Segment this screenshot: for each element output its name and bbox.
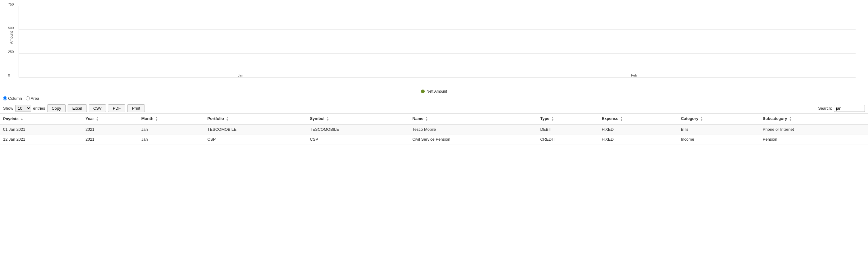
cell-year-2: 2021 — [83, 134, 138, 144]
sort-category: ▲▼ — [701, 117, 703, 122]
col-category[interactable]: Category ▲▼ — [678, 114, 760, 124]
search-input[interactable] — [834, 105, 865, 112]
col-year[interactable]: Year ▲▼ — [83, 114, 138, 124]
entries-label: entries — [33, 106, 45, 111]
col-symbol[interactable]: Symbol ▲▼ — [307, 114, 409, 124]
y-axis-label: Amount — [9, 31, 14, 44]
table-header-row: Paydate ▲ Year ▲▼ Month ▲▼ Portfolio ▲▼ … — [0, 114, 868, 124]
show-label: Show — [3, 106, 13, 111]
copy-button[interactable]: Copy — [47, 104, 66, 112]
sort-name: ▲▼ — [425, 117, 428, 122]
sort-portfolio: ▲▼ — [226, 117, 229, 122]
bar-group-feb: Feb — [437, 72, 831, 77]
table-controls: Show 10 25 50 100 entries Copy Excel CSV… — [0, 103, 868, 113]
col-portfolio[interactable]: Portfolio ▲▼ — [205, 114, 307, 124]
cell-expense-1: FIXED — [599, 124, 678, 134]
cell-paydate-1: 01 Jan 2021 — [0, 124, 83, 134]
col-expense[interactable]: Expense ▲▼ — [599, 114, 678, 124]
col-month[interactable]: Month ▲▼ — [138, 114, 204, 124]
cell-portfolio-1: TESCOMOBILE — [205, 124, 307, 134]
cell-symbol-2: CSP — [307, 134, 409, 144]
cell-type-2: CREDIT — [537, 134, 598, 144]
col-paydate[interactable]: Paydate ▲ — [0, 114, 83, 124]
cell-subcategory-1: Phone or Internet — [760, 124, 868, 134]
bar-label-jan: Jan — [238, 73, 243, 77]
col-name[interactable]: Name ▲▼ — [409, 114, 537, 124]
radio-area[interactable]: Area — [26, 96, 39, 101]
sort-paydate: ▲ — [21, 118, 23, 120]
sort-symbol: ▲▼ — [327, 117, 329, 122]
data-table: Paydate ▲ Year ▲▼ Month ▲▼ Portfolio ▲▼ … — [0, 113, 868, 144]
csv-button[interactable]: CSV — [89, 104, 106, 112]
legend-dot — [421, 90, 425, 93]
sort-month: ▲▼ — [155, 117, 158, 122]
chart-container: Amount 750 500 250 0 Jan — [0, 0, 868, 87]
search-area: Search: — [818, 105, 865, 112]
radio-column-input[interactable] — [3, 96, 7, 100]
col-type[interactable]: Type ▲▼ — [537, 114, 598, 124]
cell-subcategory-2: Pension — [760, 134, 868, 144]
col-subcategory[interactable]: Subcategory ▲▼ — [760, 114, 868, 124]
cell-month-1: Jan — [138, 124, 204, 134]
cell-expense-2: FIXED — [599, 134, 678, 144]
cell-type-1: DEBIT — [537, 124, 598, 134]
table-row: 12 Jan 2021 2021 Jan CSP CSP Civil Servi… — [0, 134, 868, 144]
entries-select[interactable]: 10 25 50 100 — [15, 105, 31, 112]
bar-group-jan: Jan — [44, 72, 437, 77]
print-button[interactable]: Print — [127, 104, 145, 112]
sort-year: ▲▼ — [96, 117, 99, 122]
radio-column[interactable]: Column — [3, 96, 22, 101]
bars-container: Jan Feb — [19, 6, 856, 77]
chart-type-controls: Column Area — [0, 94, 868, 103]
radio-group: Column Area — [3, 96, 39, 101]
chart-area: Amount 750 500 250 0 Jan — [19, 6, 856, 77]
excel-button[interactable]: Excel — [68, 104, 87, 112]
sort-type: ▲▼ — [551, 117, 554, 122]
cell-symbol-1: TESCOMOBILE — [307, 124, 409, 134]
cell-category-1: Bills — [678, 124, 760, 134]
cell-category-2: Income — [678, 134, 760, 144]
table-row: 01 Jan 2021 2021 Jan TESCOMOBILE TESCOMO… — [0, 124, 868, 134]
search-label: Search: — [818, 106, 832, 111]
radio-area-label: Area — [31, 96, 39, 101]
legend-label: Nett Amount — [427, 89, 447, 94]
cell-month-2: Jan — [138, 134, 204, 144]
cell-portfolio-2: CSP — [205, 134, 307, 144]
cell-name-2: Civil Service Pension — [409, 134, 537, 144]
cell-name-1: Tesco Mobile — [409, 124, 537, 134]
cell-year-1: 2021 — [83, 124, 138, 134]
cell-paydate-2: 12 Jan 2021 — [0, 134, 83, 144]
radio-area-input[interactable] — [26, 96, 30, 100]
sort-expense: ▲▼ — [620, 117, 623, 122]
radio-column-label: Column — [8, 96, 22, 101]
sort-subcategory: ▲▼ — [789, 117, 792, 122]
bar-label-feb: Feb — [631, 73, 637, 77]
pdf-button[interactable]: PDF — [108, 104, 125, 112]
chart-legend: Nett Amount — [0, 89, 868, 94]
